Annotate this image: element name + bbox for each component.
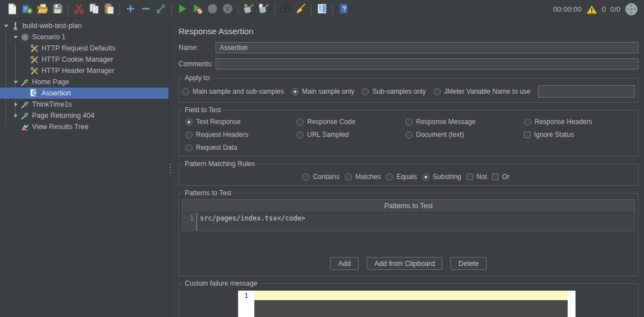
toolbar: ? 00:00:00 0 0/0 <box>0 0 644 19</box>
start-button[interactable] <box>175 2 190 17</box>
jmeter-variable-name-input[interactable] <box>538 85 635 98</box>
checkbox-or[interactable]: Or <box>492 173 509 181</box>
custom-failure-text-rest[interactable] <box>254 300 568 317</box>
collapse-arrow-icon[interactable] <box>11 33 20 42</box>
function-helper-button[interactable] <box>314 2 330 17</box>
radio-control[interactable] <box>185 118 193 126</box>
divider-grip-icon[interactable] <box>170 164 171 173</box>
pattern-matching-options: ContainsMatchesEqualsSubstringNotOr <box>182 173 635 181</box>
stop-button[interactable] <box>205 2 220 17</box>
save-button[interactable] <box>50 2 65 17</box>
active-line-highlight[interactable] <box>254 291 568 300</box>
checkbox-not[interactable]: Not <box>467 173 487 181</box>
radio-main-sample-only[interactable]: Main sample only <box>291 88 354 95</box>
option-label: Matches <box>355 173 381 181</box>
checkbox-control[interactable] <box>492 173 499 180</box>
patterns-buttons: AddAdd from ClipboardDelete <box>182 257 635 270</box>
custom-failure-text-area[interactable] <box>254 291 568 317</box>
tree-item-http-request-defaults[interactable]: HTTP Request Defaults <box>0 43 168 54</box>
custom-failure-line-numbers: 1 <box>238 291 254 317</box>
radio-url-sampled[interactable]: URL Sampled <box>296 131 398 139</box>
radio-control[interactable] <box>185 144 193 151</box>
reset-search-button[interactable] <box>293 2 308 17</box>
radio-control[interactable] <box>524 118 531 126</box>
patterns-editor[interactable]: 1src/pages/index.tsx</code> <box>182 213 635 231</box>
radio-control[interactable] <box>296 131 304 139</box>
copy-icon <box>88 3 100 16</box>
tree-item-home-page[interactable]: Home Page <box>0 76 168 88</box>
radio-control[interactable] <box>422 173 430 181</box>
radio-response-code[interactable]: Response Code <box>296 118 398 126</box>
radio-control[interactable] <box>182 88 189 95</box>
cut-button[interactable] <box>71 2 86 17</box>
radio-document-text[interactable]: Document (text) <box>405 131 517 139</box>
templates-button[interactable] <box>20 2 35 17</box>
tree-item-assertion[interactable]: Assertion <box>0 88 168 99</box>
radio-sub-samples-only[interactable]: Sub-samples only <box>362 88 426 95</box>
custom-failure-scrollbar[interactable] <box>568 291 576 317</box>
radio-control[interactable] <box>433 88 441 95</box>
expand-arrow-icon[interactable] <box>11 112 20 120</box>
radio-request-headers[interactable]: Request Headers <box>185 131 289 139</box>
new-file-button[interactable] <box>4 2 20 17</box>
clear-button[interactable] <box>241 2 257 17</box>
checkbox-control[interactable] <box>467 173 473 180</box>
delete-button[interactable]: Delete <box>450 257 486 270</box>
checkbox-ignore-status[interactable]: Ignore Status <box>524 131 628 139</box>
custom-failure-editor[interactable]: 1 <box>238 291 576 317</box>
radio-control[interactable] <box>185 131 193 139</box>
tree-item-build-web-test-plan[interactable]: build-web-test-plan <box>0 20 168 31</box>
remove-button[interactable] <box>138 2 153 17</box>
split-pane-divider[interactable] <box>168 19 172 317</box>
tree-item-label: Assertion <box>42 89 71 97</box>
failure-line-number: 1 <box>238 291 254 300</box>
radio-control[interactable] <box>302 173 309 181</box>
name-input[interactable] <box>216 42 638 53</box>
radio-control[interactable] <box>386 173 393 181</box>
tree-item-view-results-tree[interactable]: View Results Tree <box>0 121 168 132</box>
radio-response-headers[interactable]: Response Headers <box>524 118 628 126</box>
radio-text-response[interactable]: Text Response <box>185 118 289 126</box>
collapse-arrow-icon[interactable] <box>11 78 20 86</box>
radio-control[interactable] <box>345 173 352 181</box>
radio-request-data[interactable]: Request Data <box>185 144 289 151</box>
shutdown-button[interactable] <box>220 2 235 17</box>
field-to-test-legend: Field to Test <box>182 106 223 114</box>
radio-substring[interactable]: Substring <box>422 173 462 181</box>
tree-item-http-cookie-manager[interactable]: HTTP Cookie Manager <box>0 54 168 65</box>
radio-control[interactable] <box>362 88 369 95</box>
expander-spacer <box>21 67 29 75</box>
toggle-button[interactable] <box>153 2 168 17</box>
tree-item-thinktime1s[interactable]: ThinkTime1s <box>0 99 168 110</box>
comments-input[interactable] <box>216 58 638 70</box>
expand-arrow-icon[interactable] <box>11 100 20 109</box>
tree-item-page-returning-404[interactable]: Page Returning 404 <box>0 110 168 121</box>
radio-response-message[interactable]: Response Message <box>405 118 517 126</box>
warning-icon[interactable] <box>586 4 597 15</box>
add-from-clipboard-button[interactable]: Add from Clipboard <box>367 257 443 270</box>
radio-control[interactable] <box>291 88 299 95</box>
copy-button[interactable] <box>86 2 102 17</box>
radio-matches[interactable]: Matches <box>345 173 381 181</box>
paste-button[interactable] <box>102 2 117 17</box>
radio-control[interactable] <box>405 131 413 139</box>
help-button[interactable]: ? <box>336 2 351 17</box>
add-button[interactable] <box>123 2 138 17</box>
tree-item-scenario-1[interactable]: Scenario 1 <box>0 31 168 43</box>
pattern-text[interactable]: src/pages/index.tsx</code> <box>197 213 305 231</box>
radio-contains[interactable]: Contains <box>302 173 339 181</box>
collapse-arrow-icon[interactable] <box>2 22 10 30</box>
apply-to-options: Main sample and sub-samplesMain sample o… <box>182 85 635 98</box>
start-no-timers-button[interactable] <box>190 2 205 17</box>
search-button[interactable] <box>278 2 293 17</box>
open-file-button[interactable] <box>35 2 50 17</box>
add-button[interactable]: Add <box>330 257 358 270</box>
radio-control[interactable] <box>405 118 413 126</box>
radio-equals[interactable]: Equals <box>386 173 417 181</box>
radio-control[interactable] <box>296 118 304 126</box>
radio-jmeter-variable-name-to-use[interactable]: JMeter Variable Name to use <box>433 88 531 95</box>
radio-main-sample-and-sub-samples[interactable]: Main sample and sub-samples <box>182 88 284 95</box>
clear-all-button[interactable] <box>257 2 272 17</box>
tree-item-http-header-manager[interactable]: HTTP Header Manager <box>0 65 168 76</box>
checkbox-control[interactable] <box>524 131 531 138</box>
